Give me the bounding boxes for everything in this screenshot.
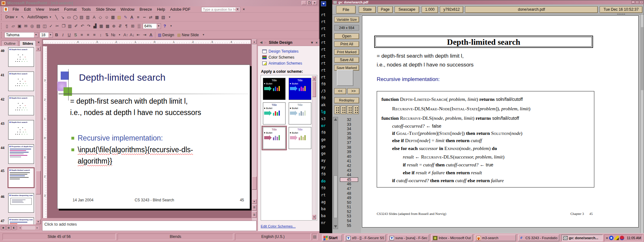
draw-menu-button[interactable]: Draw▼	[4, 14, 19, 20]
scale-button[interactable]: 1.000	[422, 6, 438, 13]
scroll-right-icon[interactable]: ►	[35, 226, 39, 230]
align-center-icon[interactable]: ≡	[85, 32, 91, 38]
link-color-schemes[interactable]: Color Schemes	[262, 55, 294, 60]
font-size-combo[interactable]: 18 ▼	[40, 32, 53, 38]
scroll-left-icon[interactable]: ◄	[18, 226, 22, 230]
taskbar-item[interactable]: CS 3243 - Foundatio...	[518, 234, 559, 241]
previous-page-button[interactable]: <<	[334, 88, 346, 94]
help-icon[interactable]: ?	[162, 23, 168, 29]
link-animation-schemes[interactable]: Animation Schemes	[262, 61, 302, 66]
open-icon[interactable]: ▱	[10, 23, 16, 29]
color-scheme-thumbnail[interactable]: TitleBullet	[289, 127, 311, 149]
paste-icon[interactable]: ▥	[67, 23, 73, 29]
chevron-down-icon[interactable]: ▼	[34, 32, 38, 37]
color-scheme-thumbnail[interactable]: TitleBullet	[263, 127, 286, 149]
decrease-indent-icon[interactable]: ⇤	[135, 32, 142, 38]
fill-color-icon[interactable]: ▨	[116, 14, 122, 20]
taskbar-item[interactable]: Inbox - Microsoft Out...	[431, 234, 473, 241]
panel-horizontal-scrollbar[interactable]: ◄ ►	[18, 226, 40, 230]
page-list-item[interactable]: 50	[340, 200, 358, 205]
chevron-down-icon[interactable]: ▼	[236, 8, 240, 11]
show-formatting-icon[interactable]: ¶	[123, 23, 130, 29]
slide-thumbnail[interactable]: 44Properties of depth-first search	[0, 144, 35, 166]
page-list-item[interactable]: 39	[340, 150, 358, 154]
arrow-style-icon[interactable]: ⇄	[147, 14, 154, 20]
page-list-item[interactable]: 45	[340, 177, 358, 182]
redisplay-button[interactable]: Redisplay	[334, 97, 359, 103]
color-scheme-thumbnail[interactable]: TitleBullet	[263, 78, 286, 100]
insert-chart-icon[interactable]: ▟	[92, 23, 98, 29]
mail-icon[interactable]: ✉	[23, 23, 29, 29]
tab-outline[interactable]: Outline	[1, 40, 18, 46]
align-left-icon[interactable]: ≡	[79, 32, 85, 38]
media-size-button[interactable]: y792x612	[440, 6, 463, 13]
scroll-up-icon[interactable]: ▲	[312, 76, 316, 81]
pencil-tray-icon[interactable]	[614, 236, 619, 240]
slide-body-line1[interactable]: = depth-first search with depth limit l,	[70, 97, 188, 106]
3d-style-icon[interactable]: ▧	[160, 14, 166, 20]
menu-view[interactable]: View	[33, 7, 47, 12]
color-scheme-thumbnail[interactable]: TitleBullet	[289, 102, 311, 124]
previous-slide-icon[interactable]: ⇈	[252, 205, 257, 211]
new-slide-button[interactable]: ▤New Slide	[176, 32, 200, 38]
new-icon[interactable]: ▯	[4, 23, 10, 29]
menu-format[interactable]: Format	[62, 7, 79, 12]
chevron-down-icon[interactable]: ▼	[48, 32, 53, 37]
state-menu-button[interactable]: State	[359, 6, 376, 13]
toolbar-options-chevron[interactable]: ▼	[200, 32, 207, 38]
slide-thumbnail[interactable]: 47Iterative deepening search	[0, 217, 35, 224]
notes-splitter[interactable]	[42, 218, 252, 221]
page-list-item[interactable]: 52	[340, 210, 358, 214]
document-path-field[interactable]: done/search.pdf	[465, 6, 598, 13]
mark-current-icon[interactable]	[334, 106, 340, 114]
taskbar-item[interactable]: suna - [suna] - F-Sec...	[388, 234, 429, 241]
thumbnail-scrollbar[interactable]: ▲ ▼	[36, 46, 41, 224]
page-list-item[interactable]: 44	[340, 173, 358, 177]
slide-bullet-recursive[interactable]: Recursive implementation:	[78, 134, 163, 142]
page-list-item[interactable]: 54	[340, 219, 358, 223]
diagram-icon[interactable]: ◇	[97, 14, 103, 20]
slide-thumbnail[interactable]: 41Depth-first search	[0, 72, 35, 94]
scroll-down-icon[interactable]: ▼	[36, 219, 41, 224]
task-pane-close-icon[interactable]: ×	[316, 41, 318, 44]
page-list-item[interactable]: 43	[340, 168, 358, 173]
undo-icon[interactable]: ↶	[79, 23, 86, 29]
scrollbar-thumb[interactable]	[312, 81, 316, 97]
scrollbar-thumb[interactable]	[641, 27, 643, 90]
zoom-combo[interactable]: 64% ▼	[143, 23, 161, 29]
spelling-icon[interactable]: ✓	[48, 23, 54, 29]
slide-canvas[interactable]: Depth-limited search = depth-first searc…	[57, 65, 250, 209]
oval-icon[interactable]: ◯	[72, 14, 78, 20]
minimize-icon[interactable]: _	[302, 1, 306, 5]
page-list-scrollbar[interactable]	[333, 117, 338, 229]
back-arrow-icon[interactable]: ◀	[260, 40, 262, 44]
page-list-item[interactable]: 51	[340, 205, 358, 210]
insert-hyperlink-icon[interactable]: ⊕	[111, 23, 117, 29]
underline-icon[interactable]: U	[66, 32, 72, 38]
taskbar-item[interactable]: sf3 - [] - F-Secure SS...	[344, 234, 386, 241]
redo-icon[interactable]: ↷	[86, 23, 92, 29]
mark-even-icon[interactable]	[341, 106, 346, 114]
toolbar-grip[interactable]	[1, 14, 3, 20]
menu-window[interactable]: Window	[118, 7, 137, 12]
help-close-icon[interactable]: ×	[243, 7, 245, 11]
notes-placeholder[interactable]: Click to add notes	[42, 221, 257, 231]
chevron-down-icon[interactable]: ▼	[157, 24, 161, 29]
close-icon[interactable]: ×	[312, 1, 317, 5]
clipart-icon[interactable]: ☺	[103, 14, 110, 20]
page-list-item[interactable]: 47	[340, 187, 358, 191]
tables-borders-icon[interactable]: ▩	[104, 23, 111, 29]
menu-tools[interactable]: Tools	[79, 7, 93, 12]
slide-body-line2[interactable]: i.e., nodes at depth l have no successor…	[70, 108, 201, 117]
unmark-all-icon[interactable]	[353, 106, 359, 114]
orientation-button[interactable]: Seascape	[395, 6, 419, 13]
align-right-icon[interactable]: ≡	[91, 32, 97, 38]
slide-thumbnail[interactable]: 45Depth-limited search	[0, 167, 35, 189]
page-list-item[interactable]: 46	[340, 182, 358, 187]
color-scheme-thumbnail[interactable]: TitleBullet	[289, 78, 311, 100]
slide-thumbnail[interactable]: 40Depth-first search	[0, 47, 35, 69]
toolbar-grip[interactable]	[1, 23, 3, 29]
toolbar-options-chevron[interactable]: ▼	[168, 23, 174, 29]
expand-all-icon[interactable]: ⇵	[117, 23, 123, 29]
tab-slides[interactable]: Slides	[19, 40, 36, 46]
